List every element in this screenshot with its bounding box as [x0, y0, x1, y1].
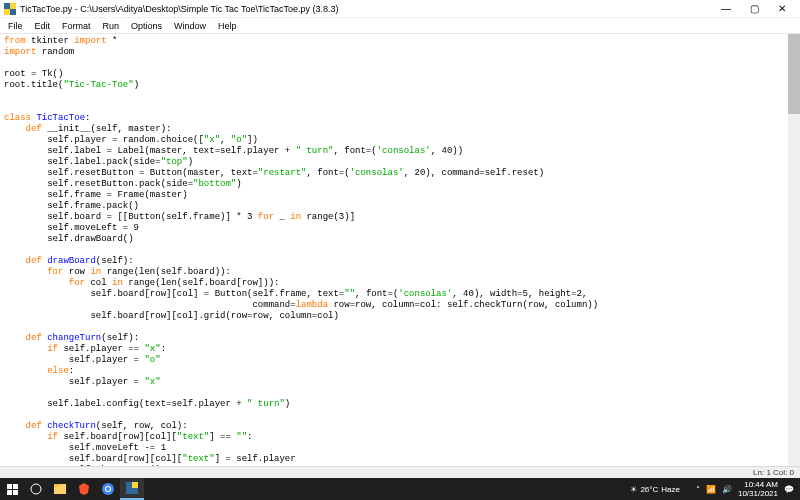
task-idle-icon[interactable]	[120, 478, 144, 500]
svg-rect-5	[7, 490, 12, 495]
statusbar: Ln: 1 Col: 0	[0, 466, 800, 478]
menu-format[interactable]: Format	[56, 21, 97, 31]
tray-volume-icon[interactable]: 🔊	[722, 485, 732, 494]
code-content[interactable]: from tkinter import * import random root…	[0, 34, 800, 466]
svg-rect-3	[7, 484, 12, 489]
svg-point-13	[106, 487, 110, 491]
svg-rect-6	[13, 490, 18, 495]
tray-chevron-icon[interactable]: ˄	[696, 485, 700, 494]
tray-date: 10/31/2021	[738, 489, 778, 498]
tray-notifications-icon[interactable]: 💬	[784, 485, 794, 494]
code-editor[interactable]: from tkinter import * import random root…	[0, 34, 800, 466]
cursor-position: Ln: 1 Col: 0	[753, 468, 794, 477]
maximize-button[interactable]: ▢	[740, 0, 768, 18]
task-brave-icon[interactable]	[72, 478, 96, 500]
svg-rect-4	[13, 484, 18, 489]
svg-marker-10	[79, 483, 89, 495]
system-tray: ☀ 26°C Haze ˄ 📶 🔊 10:44 AM 10/31/2021 💬	[624, 480, 800, 498]
weather-widget[interactable]: ☀ 26°C Haze	[630, 485, 680, 494]
scrollbar-thumb[interactable]	[788, 34, 800, 114]
svg-rect-1	[10, 3, 16, 9]
weather-temp: 26°C	[640, 485, 658, 494]
menu-window[interactable]: Window	[168, 21, 212, 31]
task-explorer-icon[interactable]	[48, 478, 72, 500]
weather-icon: ☀	[630, 485, 637, 494]
task-chrome-icon[interactable]	[96, 478, 120, 500]
task-cortana-icon[interactable]	[24, 478, 48, 500]
menu-file[interactable]: File	[2, 21, 29, 31]
app-icon	[4, 3, 16, 15]
svg-rect-9	[54, 484, 59, 487]
window-title: TicTacToe.py - C:\Users\Aditya\Desktop\S…	[20, 4, 712, 14]
weather-cond: Haze	[661, 485, 680, 494]
titlebar: TicTacToe.py - C:\Users\Aditya\Desktop\S…	[0, 0, 800, 18]
vertical-scrollbar[interactable]	[788, 34, 800, 466]
close-button[interactable]: ✕	[768, 0, 796, 18]
start-button[interactable]	[0, 478, 24, 500]
menu-edit[interactable]: Edit	[29, 21, 57, 31]
svg-rect-15	[132, 482, 138, 488]
minimize-button[interactable]: —	[712, 0, 740, 18]
svg-rect-2	[4, 9, 10, 15]
tray-clock[interactable]: 10:44 AM 10/31/2021	[738, 480, 778, 498]
window-controls: — ▢ ✕	[712, 0, 796, 18]
menu-run[interactable]: Run	[97, 21, 126, 31]
menubar: File Edit Format Run Options Window Help	[0, 18, 800, 34]
taskbar: ☀ 26°C Haze ˄ 📶 🔊 10:44 AM 10/31/2021 💬	[0, 478, 800, 500]
menu-options[interactable]: Options	[125, 21, 168, 31]
menu-help[interactable]: Help	[212, 21, 243, 31]
tray-network-icon[interactable]: 📶	[706, 485, 716, 494]
svg-point-7	[31, 484, 41, 494]
tray-time: 10:44 AM	[738, 480, 778, 489]
